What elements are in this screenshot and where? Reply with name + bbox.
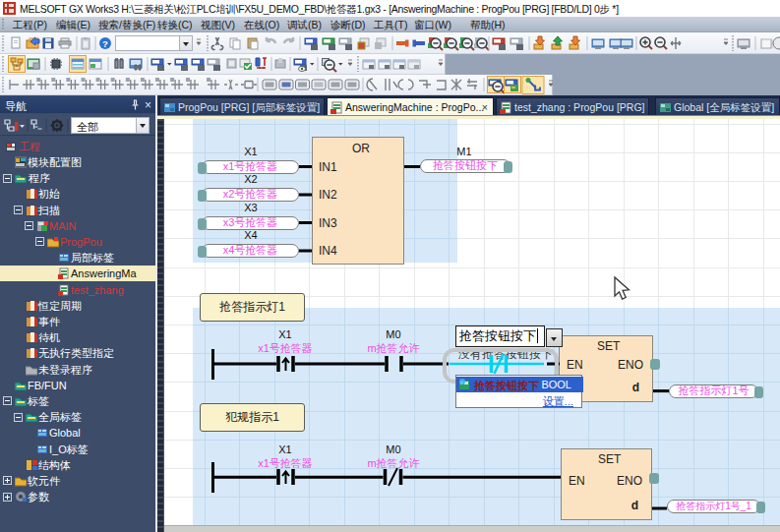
svg-text:?: ? bbox=[102, 38, 108, 49]
